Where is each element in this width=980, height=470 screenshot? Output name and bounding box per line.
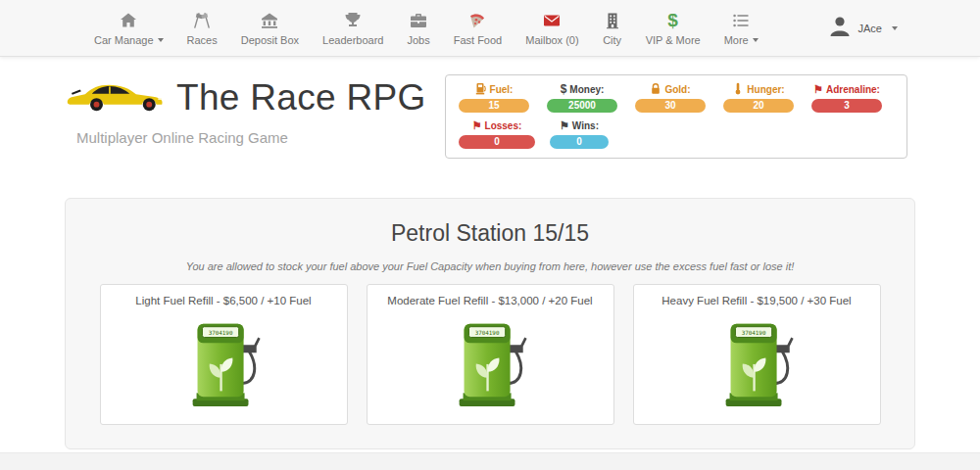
- nav-mailbox[interactable]: Mailbox (0): [514, 0, 590, 56]
- nav-city[interactable]: City: [591, 0, 634, 56]
- station-title: Petrol Station 15/15: [91, 220, 889, 247]
- pump-display: 3704190: [209, 330, 233, 336]
- nav-label: City: [603, 34, 621, 46]
- petrol-pump-icon: 3704190: [634, 310, 880, 424]
- fuel-card-title: Moderate Fuel Refill - $13,000 / +20 Fue…: [368, 285, 613, 310]
- stat-wins: ⚑ Wins: 0: [544, 118, 614, 149]
- stat-label-text: Losses:: [485, 120, 522, 131]
- user-menu[interactable]: JAce: [827, 0, 898, 56]
- main-content: Petrol Station 15/15 You are allowed to …: [0, 198, 980, 449]
- nav-label: More: [724, 34, 749, 46]
- losses-flag-icon: ⚑: [472, 120, 482, 131]
- hunger-thermometer-icon: [732, 82, 744, 97]
- dollar-icon: $: [667, 11, 678, 30]
- caret-down-icon: [753, 38, 759, 42]
- fuel-cards: Light Fuel Refill - $6,500 / +10 Fuel 37…: [91, 284, 889, 425]
- fuel-card-light[interactable]: Light Fuel Refill - $6,500 / +10 Fuel 37…: [100, 284, 348, 425]
- nav-label: Jobs: [407, 34, 429, 46]
- nav-label: Races: [187, 34, 218, 46]
- pump-display: 3704190: [475, 330, 500, 336]
- stat-adrenaline: ⚑ Adrenaline: 3: [803, 82, 891, 113]
- stats-panel: Fuel: 15 $ Money: 25000: [445, 74, 907, 159]
- briefcase-icon: [409, 11, 428, 30]
- station-note: You are allowed to stock your fuel above…: [91, 260, 889, 272]
- stat-label-text: Money:: [569, 84, 604, 95]
- fuel-card-moderate[interactable]: Moderate Fuel Refill - $13,000 / +20 Fue…: [367, 284, 614, 425]
- fuel-card-title: Light Fuel Refill - $6,500 / +10 Fuel: [101, 285, 347, 310]
- stats-row-2: ⚑ Losses: 0 ⚑ Wins: 0: [450, 118, 903, 149]
- hunger-badge: 20: [723, 99, 794, 113]
- gold-lock-icon: [650, 82, 662, 97]
- stat-label-text: Fuel:: [490, 84, 514, 95]
- nav-label: Fast Food: [454, 34, 503, 46]
- stat-money: $ Money: 25000: [538, 82, 626, 113]
- fuel-pump-icon: [475, 82, 487, 97]
- petrol-pump-icon: 3704190: [101, 310, 347, 424]
- stat-label-text: Hunger:: [747, 84, 784, 95]
- adrenaline-badge: 3: [811, 99, 882, 113]
- stats-row-1: Fuel: 15 $ Money: 25000: [450, 82, 903, 113]
- nav-car-manage[interactable]: Car Manage: [82, 0, 175, 56]
- nav-items: Car Manage Races Deposit: [82, 0, 770, 56]
- page-title: The Race RPG: [176, 77, 425, 118]
- stat-label-text: Gold:: [664, 84, 690, 95]
- petrol-station-panel: Petrol Station 15/15 You are allowed to …: [65, 198, 915, 449]
- nav-deposit-box[interactable]: Deposit Box: [229, 0, 311, 56]
- building-icon: [603, 11, 622, 30]
- adrenaline-flag-icon: ⚑: [813, 84, 823, 95]
- nav-label: Mailbox (0): [525, 34, 578, 46]
- nav-label: Leaderboard: [322, 34, 383, 46]
- pizza-icon: [467, 11, 487, 30]
- race-car-image: [65, 76, 167, 119]
- fuel-card-title: Heavy Fuel Refill - $19,500 / +30 Fuel: [634, 285, 880, 310]
- page-footer: [0, 452, 980, 470]
- money-badge: 25000: [547, 99, 617, 113]
- caret-down-icon: [892, 26, 898, 30]
- list-icon: [731, 11, 751, 30]
- stat-gold: Gold: 30: [626, 82, 714, 113]
- user-name: JAce: [858, 23, 882, 34]
- petrol-pump-icon: 3704190: [368, 310, 613, 424]
- fuel-badge: 15: [459, 99, 529, 113]
- nav-fast-food[interactable]: Fast Food: [442, 0, 514, 56]
- money-dollar-icon: $: [561, 82, 567, 96]
- nav-jobs[interactable]: Jobs: [395, 0, 441, 56]
- fuel-card-heavy[interactable]: Heavy Fuel Refill - $19,500 / +30 Fuel 3…: [633, 284, 881, 425]
- stat-hunger: Hunger: 20: [714, 82, 803, 113]
- nav-vip-more[interactable]: $ VIP & More: [634, 0, 712, 56]
- site-header: The Race RPG Multiplayer Online Racing G…: [0, 57, 980, 172]
- nav-leaderboard[interactable]: Leaderboard: [311, 0, 395, 56]
- nav-races[interactable]: Races: [175, 0, 229, 56]
- stat-label-text: Adrenaline:: [826, 84, 880, 95]
- stat-label-text: Wins:: [572, 120, 599, 131]
- racing-flags-icon: [192, 11, 212, 30]
- stat-losses: ⚑ Losses: 0: [450, 118, 544, 149]
- top-nav: Car Manage Races Deposit: [0, 0, 980, 57]
- caret-down-icon: [158, 38, 164, 42]
- home-icon: [119, 11, 138, 30]
- bank-icon: [260, 11, 279, 30]
- wins-flag-icon: ⚑: [560, 120, 569, 131]
- trophy-icon: [343, 11, 363, 30]
- stat-fuel: Fuel: 15: [450, 82, 538, 113]
- envelope-icon: [542, 11, 562, 30]
- user-avatar-icon: [827, 14, 853, 43]
- wins-badge: 0: [550, 135, 609, 149]
- nav-label: Deposit Box: [241, 34, 299, 46]
- nav-more[interactable]: More: [712, 0, 770, 56]
- losses-badge: 0: [459, 135, 535, 149]
- nav-label: VIP & More: [646, 34, 701, 46]
- gold-badge: 30: [635, 99, 706, 113]
- nav-label: Car Manage: [94, 34, 154, 46]
- pump-display: 3704190: [742, 330, 766, 336]
